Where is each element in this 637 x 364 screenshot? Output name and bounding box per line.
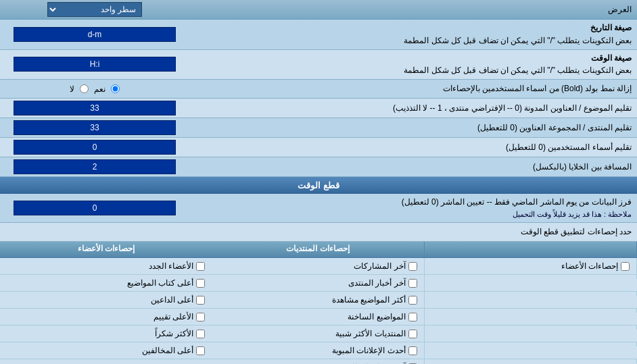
col2-item-1: آخر أخبار المنتدى — [212, 275, 424, 291]
bold-remove-label: إزالة نمط بولد (Bold) من اسماء المستخدمي… — [189, 80, 637, 97]
col2-cb-4[interactable] — [408, 330, 417, 338]
col1-header: إحصاءات الأعضاء — [0, 242, 212, 257]
bold-remove-no-radio[interactable] — [80, 84, 89, 93]
filter-label: فرز البيانات من يوم الماشر الماضي فقط --… — [189, 194, 637, 222]
date-format-input[interactable] — [14, 27, 176, 42]
topics-order-input[interactable] — [14, 101, 176, 115]
col1-item-3: الأعلى تقييم — [0, 309, 212, 325]
forum-order-input[interactable] — [14, 120, 176, 135]
filter-input[interactable] — [14, 201, 176, 215]
col1-cb-0[interactable] — [196, 262, 205, 271]
col1-cb-1[interactable] — [196, 279, 205, 288]
col1-item-4: الأكثر شكراً — [0, 326, 212, 342]
cell-spacing-input[interactable] — [14, 159, 176, 174]
col2-item-5: أحدث الإعلانات المبوبة — [212, 342, 424, 359]
display-select[interactable]: سطر واحد سطرين ثلاثة أسطر — [47, 2, 142, 17]
col3-item-1 — [425, 275, 637, 279]
date-format-label: صيغة التاريخ بعض التكوينات يتطلب "/" الت… — [189, 20, 637, 49]
col3-item-2 — [425, 292, 637, 296]
cell-spacing-label: المسافة بين الخلايا (بالبكسل) — [189, 159, 637, 176]
col2-cb-2[interactable] — [408, 296, 417, 305]
usernames-trim-label: تقليم أسماء المستخدمين (0 للتعطيل) — [189, 139, 637, 156]
col3-item-6 — [425, 359, 637, 363]
col2-item-2: أكثر المواضيع مشاهدة — [212, 292, 424, 308]
stats-label: حدد إحصاءات لتطبيق قطع الوقت — [189, 224, 637, 240]
col3-item-5 — [425, 342, 637, 346]
col3-cb-0[interactable] — [621, 262, 630, 271]
col2-header: إحصاءات المنتديات — [212, 242, 424, 257]
col1-item-0: الأعضاء الجدد — [0, 258, 212, 274]
col3-header — [425, 242, 637, 257]
col3-item-0: إحصاءات الأعضاء — [425, 258, 637, 274]
col1-item-5: أعلى المخالفين — [0, 342, 212, 359]
col2-item-0: آخر المشاركات — [212, 258, 424, 274]
cut-time-section-header: قطع الوقت — [0, 177, 637, 194]
col1-cb-3[interactable] — [196, 313, 205, 321]
col2-item-6: آخر مشاركات المدونة — [212, 359, 424, 364]
col2-cb-0[interactable] — [408, 262, 417, 271]
col1-cb-4[interactable] — [196, 330, 205, 338]
col1-item-2: أعلى الداعين — [0, 292, 212, 308]
col2-item-3: المواضيع الساخنة — [212, 309, 424, 325]
col2-cb-3[interactable] — [408, 313, 417, 321]
time-format-label: صيغة الوقت بعض التكوينات يتطلب "/" التي … — [189, 50, 637, 80]
col2-cb-5[interactable] — [408, 346, 417, 355]
col2-item-4: المنتديات الأكثر شبية — [212, 326, 424, 342]
col1-cb-5[interactable] — [196, 346, 205, 355]
col3-item-3 — [425, 309, 637, 313]
col1-item-6 — [0, 359, 212, 363]
col1-item-1: أعلى كتاب المواضيع — [0, 275, 212, 291]
col2-cb-1[interactable] — [408, 279, 417, 288]
bold-remove-radio-group: نعم لا — [70, 84, 120, 94]
forum-order-label: تقليم المنتدى / المجموعة العناوين (0 للت… — [189, 120, 637, 136]
time-format-input[interactable] — [14, 57, 176, 72]
col1-cb-2[interactable] — [196, 296, 205, 305]
display-label: العرض — [189, 2, 637, 17]
topics-order-label: تقليم الموضوع / العناوين المدونة (0 -- ا… — [189, 100, 637, 117]
usernames-trim-input[interactable] — [14, 140, 176, 155]
bold-remove-yes-radio[interactable] — [111, 84, 120, 93]
col3-item-4 — [425, 326, 637, 330]
